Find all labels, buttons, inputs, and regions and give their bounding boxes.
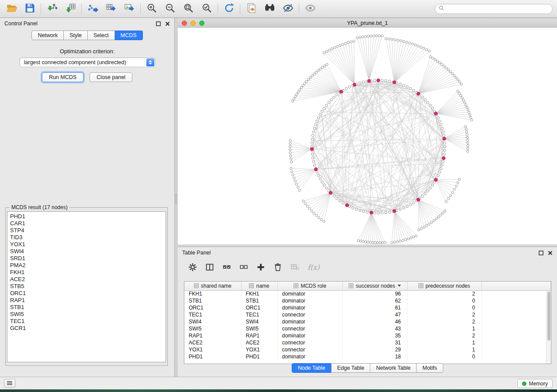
show-all-button[interactable] <box>303 2 317 15</box>
table-panel: Table Panel f(x) <box>178 247 557 377</box>
zoom-fit-button[interactable] <box>181 2 195 15</box>
zoom-fit-icon <box>183 3 194 15</box>
export-image-button[interactable] <box>122 2 136 15</box>
export-network-button[interactable] <box>86 2 100 15</box>
sort-descending-icon <box>398 285 401 287</box>
tab-network-table[interactable]: Network Table <box>370 363 417 373</box>
mcds-result-item[interactable]: CAR1 <box>10 220 166 227</box>
mcds-result-item[interactable]: SWI4 <box>10 248 166 255</box>
mcds-result-item[interactable]: GCR1 <box>10 325 166 332</box>
delete-column-button[interactable] <box>273 263 282 272</box>
table-scrollbar[interactable] <box>546 291 551 364</box>
add-column-button[interactable] <box>256 263 265 272</box>
refresh-icon <box>224 3 235 15</box>
column-header-predecessor-nodes[interactable]: predecessor nodes <box>407 282 481 290</box>
control-panel: Control Panel Network Style Select MCDS … <box>0 18 175 377</box>
close-panel-icon[interactable] <box>548 251 553 255</box>
network-canvas[interactable] <box>178 28 557 244</box>
toolbar-separator <box>140 3 141 14</box>
maximize-window-icon[interactable] <box>199 21 204 26</box>
close-window-icon[interactable] <box>182 21 187 26</box>
import-table-button[interactable] <box>63 2 77 15</box>
mcds-result-item[interactable]: SRD1 <box>10 255 166 262</box>
column-header-mcds-role[interactable]: MCDS role <box>277 282 343 290</box>
mcds-result-item[interactable]: PMA2 <box>10 262 166 269</box>
minimize-window-icon[interactable] <box>190 21 196 26</box>
gear-icon <box>188 263 197 272</box>
save-button[interactable] <box>23 2 37 15</box>
select-all-button[interactable] <box>222 263 231 272</box>
table-row[interactable]: SWI5SWI5connector431 <box>184 325 551 332</box>
memory-button[interactable]: Memory <box>517 379 553 388</box>
network-titlebar[interactable]: YPA_prune.txt_1 <box>178 19 557 28</box>
mcds-result-item[interactable]: SWI5 <box>10 311 166 318</box>
tab-motifs[interactable]: Motifs <box>417 363 443 373</box>
column-header-shared-name[interactable]: shared name <box>184 282 241 290</box>
vertical-splitter[interactable] <box>175 18 178 377</box>
network-title: YPA_prune.txt_1 <box>347 20 388 26</box>
status-menu-button[interactable] <box>4 379 15 388</box>
search-input[interactable] <box>446 6 549 12</box>
refresh-button[interactable] <box>222 2 236 15</box>
show-columns-button[interactable] <box>205 263 214 272</box>
control-panel-header: Control Panel <box>0 18 174 27</box>
column-header-name[interactable]: name <box>241 282 277 290</box>
column-settings-button[interactable] <box>188 263 197 272</box>
splitter-grip[interactable] <box>175 193 177 205</box>
search-field[interactable] <box>435 4 553 14</box>
table-row[interactable]: YOX1YOX1connector291 <box>184 346 551 353</box>
float-panel-icon[interactable] <box>539 251 543 255</box>
tab-select[interactable]: Select <box>88 31 115 40</box>
clone-network-button[interactable] <box>244 2 258 15</box>
deselect-all-button[interactable] <box>239 263 248 272</box>
close-panel-icon[interactable] <box>165 21 170 26</box>
network-graph[interactable] <box>178 28 557 244</box>
tab-mcds[interactable]: MCDS <box>115 31 143 40</box>
float-panel-icon[interactable] <box>156 21 161 26</box>
application-window: Control Panel Network Style Select MCDS … <box>0 0 557 392</box>
mcds-result-item[interactable]: ACE2 <box>10 276 166 283</box>
table-row[interactable]: ORC1ORC1dominator610 <box>184 304 551 311</box>
tab-network[interactable]: Network <box>31 31 64 40</box>
mcds-result-item[interactable]: TID3 <box>10 234 166 241</box>
column-type-icon <box>194 283 199 288</box>
mcds-result-item[interactable]: ORC1 <box>10 290 166 297</box>
column-type-icon <box>294 283 298 288</box>
table-row[interactable]: TEC1TEC1connector472 <box>184 311 551 318</box>
mcds-result-list: PHD1CAR1STP4TID3YOX1SWI4SRD1PMA2FKH1ACE2… <box>7 211 166 362</box>
table-row[interactable]: PHD1PHD1dominator180 <box>184 353 551 360</box>
tab-style[interactable]: Style <box>64 31 88 40</box>
table-row[interactable]: SWI4SWI4dominator462 <box>184 318 551 325</box>
run-mcds-button[interactable]: Run MCDS <box>42 72 83 82</box>
zoom-in-button[interactable] <box>145 2 159 15</box>
tab-node-table[interactable]: Node Table <box>292 363 332 373</box>
scrollbar-thumb[interactable] <box>547 292 550 340</box>
table-row[interactable]: FKH1FKH1dominator962 <box>184 290 551 297</box>
close-panel-button[interactable]: Close panel <box>90 72 132 82</box>
node-table: shared name name MCDS role successor nod… <box>184 282 551 360</box>
mcds-result-item[interactable]: STB5 <box>10 283 166 290</box>
table-row[interactable]: ACE2ACE2connector311 <box>184 339 551 346</box>
mcds-result-item[interactable]: TEC1 <box>10 318 166 325</box>
delete-table-button-disabled[interactable] <box>291 263 299 272</box>
mcds-result-item[interactable]: PHD1 <box>10 213 166 220</box>
hide-selected-button[interactable] <box>281 2 295 15</box>
mcds-result-item[interactable]: YOX1 <box>10 241 166 248</box>
tab-edge-table[interactable]: Edge Table <box>332 363 370 373</box>
zoom-selected-button[interactable] <box>200 2 214 15</box>
import-network-button[interactable] <box>45 2 59 15</box>
mcds-result-item[interactable]: STB1 <box>10 304 166 311</box>
column-header-successor-nodes[interactable]: successor nodes <box>343 282 407 290</box>
criterion-dropdown[interactable]: largest connected component (undirected) <box>20 58 155 67</box>
table-row[interactable]: RAP1RAP1dominator352 <box>184 332 551 339</box>
find-button[interactable] <box>263 2 277 15</box>
mcds-result-item[interactable]: FKH1 <box>10 269 166 276</box>
export-table-button[interactable] <box>104 2 118 15</box>
zoom-out-button[interactable] <box>163 2 177 15</box>
table-row[interactable]: STB1STB1dominator620 <box>184 297 551 304</box>
open-folder-icon <box>6 3 17 15</box>
open-file-button[interactable] <box>4 2 18 15</box>
function-builder-button[interactable]: f(x) <box>308 263 319 272</box>
mcds-result-item[interactable]: STP4 <box>10 227 166 234</box>
mcds-result-item[interactable]: RAP1 <box>10 297 166 304</box>
